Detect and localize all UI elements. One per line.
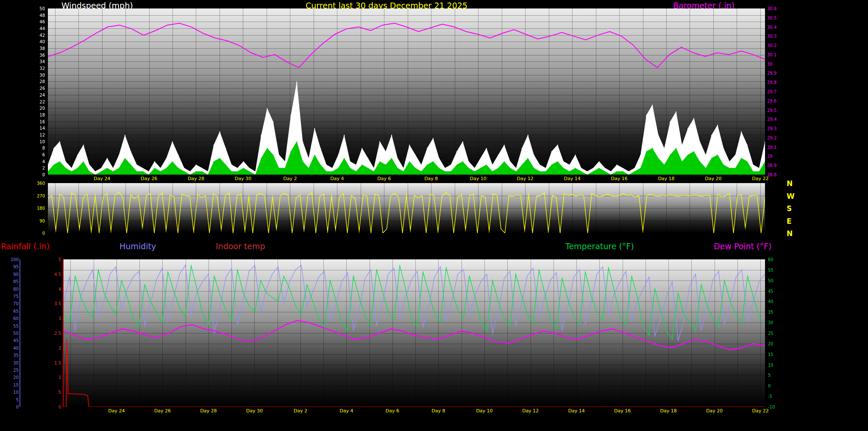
tick-label: 2 — [25, 166, 45, 170]
tick-label: 40 — [25, 39, 45, 44]
tick-label: 35 — [768, 310, 789, 314]
tick-label: 50 — [768, 278, 789, 283]
x-axis-day-label: Day 24 — [108, 408, 125, 414]
tick-label: 30.1 — [767, 53, 793, 57]
tick-label: 12 — [25, 133, 45, 137]
tick-label: 42 — [25, 33, 45, 38]
x-axis-day-label: Day 8 — [431, 408, 445, 414]
x-axis-day-label: Day 18 — [660, 408, 676, 414]
tick-label: 29.3 — [767, 126, 793, 131]
x-axis-day-label: Day 12 — [517, 176, 534, 181]
tick-label: 30 — [25, 73, 45, 78]
tick-label: 29.1 — [767, 145, 793, 150]
wind-direction-chart — [48, 183, 765, 233]
x-axis-day-label: Day 4 — [330, 176, 344, 181]
tick-label: 30.6 — [767, 6, 793, 11]
tick-label: 20 — [5, 375, 19, 380]
tick-label: 48 — [25, 13, 45, 18]
tick-label: 0 — [5, 405, 19, 409]
x-axis-day-label: Day 18 — [658, 176, 674, 181]
tick-label: 29.2 — [767, 136, 793, 140]
tick-label: 0 — [45, 405, 61, 409]
tick-label: 30 — [768, 320, 789, 325]
x-axis-day-label: Day 26 — [141, 176, 157, 181]
tick-label: 30.2 — [767, 43, 793, 48]
tick-label: 10 — [25, 139, 45, 144]
tick-label: 25 — [5, 368, 19, 373]
tick-label: 180 — [25, 206, 45, 211]
tick-label: 6 — [25, 153, 45, 157]
tick-label: 4 — [45, 287, 61, 292]
humidity-axis-line — [19, 259, 20, 407]
tick-label: 30.4 — [767, 25, 793, 30]
tick-label: 270 — [25, 194, 45, 198]
tick-label: 10 — [5, 390, 19, 395]
tick-label: -5 — [768, 394, 789, 399]
tick-label: 25 — [768, 331, 789, 336]
tick-label: 65 — [5, 309, 19, 314]
tick-label: 16 — [25, 120, 45, 124]
x-axis-day-label: Day 16 — [614, 408, 631, 414]
tick-label: 46 — [25, 19, 45, 24]
tick-label: 0 — [25, 231, 45, 236]
x-axis-day-label: Day 16 — [611, 176, 627, 181]
windspeed-barometer-chart — [48, 8, 765, 175]
tick-label: 30.5 — [767, 16, 793, 20]
tick-label: 29.9 — [767, 71, 793, 75]
indoor-temp-series-title: Indoor temp — [216, 242, 265, 251]
tick-label: 45 — [5, 338, 19, 343]
tick-label: 2.5 — [45, 331, 61, 336]
x-axis-day-label: Day 30 — [246, 408, 263, 414]
x-axis-day-label: Day 6 — [386, 408, 399, 414]
tick-label: 29 — [767, 154, 793, 158]
dew-point-series-title: Dew Point (°F) — [714, 242, 771, 251]
tick-label: 360 — [25, 181, 45, 186]
tick-label: 30 — [767, 62, 793, 67]
temperature-axis-title: Temperature (°F) — [565, 242, 634, 251]
tick-label: 20 — [768, 342, 789, 346]
tick-label: 10 — [768, 363, 789, 367]
tick-label: 38 — [25, 46, 45, 51]
x-axis-day-label: Day 10 — [470, 176, 487, 181]
tick-label: 22 — [25, 100, 45, 104]
x-axis-day-label: Day 20 — [705, 176, 721, 181]
x-axis-day-label: Day 14 — [568, 408, 584, 414]
tick-label: 50 — [25, 6, 45, 11]
tick-label: 20 — [25, 106, 45, 111]
tick-label: 100 — [5, 257, 19, 262]
tick-label: N — [787, 231, 799, 236]
tick-label: 50 — [5, 331, 19, 336]
tick-label: 4 — [25, 159, 45, 164]
tick-label: 60 — [768, 257, 789, 262]
tick-label: 28 — [25, 79, 45, 84]
tick-label: 30.3 — [767, 34, 793, 39]
x-axis-day-label: Day 12 — [522, 408, 539, 414]
tick-label: 15 — [5, 383, 19, 387]
tick-label: 28.9 — [767, 163, 793, 168]
tick-label: 1.5 — [45, 361, 61, 365]
rainfall-axis-title: Rainfall (.in) — [1, 242, 50, 251]
compass-scale: NWSEN — [787, 181, 799, 231]
rainfall-y-axis: 54.543.532.521.51.50 — [45, 257, 61, 405]
tick-label: 90 — [5, 272, 19, 277]
tick-label: 40 — [5, 346, 19, 350]
tick-label: 2 — [45, 346, 61, 350]
x-axis-day-label: Day 14 — [564, 176, 580, 181]
weather-dashboard: Current last 30 days December 21 2025 Wi… — [0, 0, 868, 431]
x-axis-day-label: Day 2 — [283, 176, 297, 181]
tick-label: 29.4 — [767, 117, 793, 122]
tick-label: 18 — [25, 113, 45, 117]
tick-label: 95 — [5, 264, 19, 269]
tick-label: 40 — [768, 299, 789, 304]
rainfall-axis-line — [63, 259, 64, 407]
tick-label: 5 — [45, 257, 61, 262]
tick-label: 4.5 — [45, 272, 61, 277]
x-axis-day-label: Day 28 — [188, 176, 204, 181]
tick-label: 29.5 — [767, 108, 793, 113]
tick-label: .5 — [45, 390, 61, 395]
top-chart-x-axis: Day 24Day 26Day 28Day 30Day 2Day 4Day 6D… — [48, 176, 765, 182]
tick-label: 90 — [25, 219, 45, 223]
temperature-y-axis: 605550454035302520151050-5-10 — [768, 257, 789, 405]
tick-label: 3.5 — [45, 301, 61, 306]
tick-label: 5 — [768, 373, 789, 378]
